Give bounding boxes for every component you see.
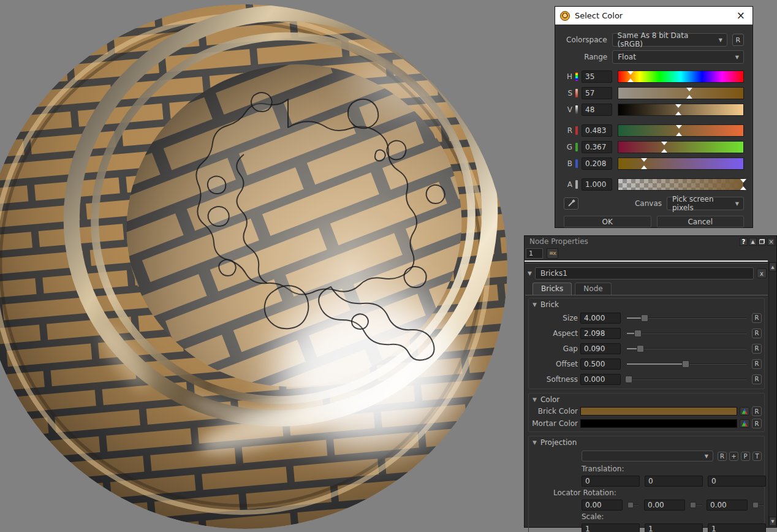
minimize-icon[interactable]: ▲: [749, 238, 757, 246]
slider-marker-bottom[interactable]: [641, 165, 647, 169]
rotation-z-mini-slider[interactable]: [752, 502, 764, 508]
float-window-icon[interactable]: [758, 238, 766, 246]
slider-marker-bottom[interactable]: [676, 132, 682, 136]
slider-marker-top[interactable]: [675, 104, 681, 108]
close-node-panel-button[interactable]: x: [757, 268, 767, 278]
gap-input[interactable]: [580, 343, 621, 354]
slider-marker-top[interactable]: [676, 125, 682, 129]
eyedropper-button[interactable]: [564, 197, 578, 210]
pick-button[interactable]: P: [741, 452, 750, 461]
reset-button[interactable]: R: [752, 359, 762, 369]
size-input[interactable]: [580, 313, 621, 324]
group-color-header[interactable]: ▼ Color: [529, 393, 764, 405]
tab-node[interactable]: Node: [575, 283, 611, 295]
slider-marker-bottom[interactable]: [675, 112, 681, 115]
max-panels-input[interactable]: [526, 248, 543, 259]
rotation-x-mini-slider[interactable]: [627, 502, 639, 508]
hue-value-input[interactable]: [582, 70, 612, 83]
softness-slider[interactable]: [627, 374, 747, 385]
gap-slider[interactable]: [627, 343, 747, 354]
clear-panels-button[interactable]: ≡x: [547, 248, 558, 259]
slider-thumb[interactable]: [641, 314, 648, 322]
colorspace-dropdown[interactable]: Same As 8 bit Data (sRGB) ▼: [612, 33, 727, 47]
red-value-input[interactable]: [582, 124, 612, 137]
scale-y-input[interactable]: [645, 523, 703, 532]
translation-y-input[interactable]: [645, 476, 703, 487]
ok-button[interactable]: OK: [564, 216, 651, 227]
reset-button[interactable]: R: [752, 374, 762, 384]
channel-row-v: V: [564, 104, 744, 116]
slider-marker-top[interactable]: [740, 179, 746, 183]
reset-button[interactable]: R: [752, 313, 762, 323]
aspect-slider[interactable]: [627, 328, 747, 339]
translation-x-input[interactable]: [582, 476, 640, 487]
slider-marker-bottom[interactable]: [627, 78, 634, 82]
rotation-y-mini-slider[interactable]: [690, 502, 702, 508]
green-value-input[interactable]: [582, 141, 612, 153]
tab-bricks[interactable]: Bricks: [533, 283, 572, 295]
mortar-color-swatch[interactable]: [580, 419, 737, 428]
cancel-button[interactable]: Cancel: [657, 216, 745, 227]
value-value-input[interactable]: [582, 104, 612, 116]
scale-z-input[interactable]: [708, 523, 766, 532]
rotation-x-input[interactable]: [582, 500, 623, 511]
brick-color-swatch[interactable]: [580, 407, 737, 416]
reset-colorspace-button[interactable]: R: [732, 34, 744, 46]
red-slider[interactable]: [618, 124, 744, 137]
rotation-y-input[interactable]: [644, 500, 685, 511]
scroll-up-icon[interactable]: ▲: [769, 262, 776, 272]
value-slider[interactable]: [618, 104, 744, 116]
slider-thumb[interactable]: [682, 360, 689, 368]
slider-marker-top[interactable]: [686, 88, 692, 91]
offset-input[interactable]: [580, 359, 621, 370]
scroll-down-icon[interactable]: ▼: [769, 517, 776, 526]
node-name-field[interactable]: Bricks1: [535, 267, 754, 279]
alpha-value-input[interactable]: [582, 178, 612, 191]
slider-marker-bottom[interactable]: [661, 149, 667, 153]
slider-marker-bottom[interactable]: [686, 95, 692, 99]
saturation-value-input[interactable]: [582, 87, 612, 99]
slider-marker-bottom[interactable]: [740, 186, 746, 190]
help-icon[interactable]: ?: [740, 238, 748, 246]
panel-title: Node Properties: [529, 237, 588, 246]
softness-input[interactable]: [580, 374, 621, 385]
dialog-titlebar[interactable]: Select Color ×: [555, 7, 752, 25]
slider-marker-top[interactable]: [641, 158, 647, 162]
rotation-z-input[interactable]: [707, 500, 748, 511]
projection-dropdown[interactable]: ▼: [582, 450, 713, 462]
collapse-icon[interactable]: ▼: [528, 270, 532, 276]
reset-button[interactable]: R: [718, 452, 727, 461]
offset-slider[interactable]: [627, 359, 747, 370]
saturation-slider[interactable]: [618, 87, 744, 99]
group-brick-header[interactable]: ▼ Brick: [529, 298, 764, 310]
aspect-input[interactable]: [580, 328, 621, 339]
scrollbar[interactable]: ▲ ▼: [768, 262, 776, 526]
blue-slider[interactable]: [618, 158, 744, 170]
close-icon[interactable]: ×: [734, 10, 748, 21]
slider-thumb[interactable]: [637, 345, 644, 352]
reset-button[interactable]: R: [752, 344, 762, 354]
reset-button[interactable]: R: [752, 406, 762, 416]
canvas-mode-dropdown[interactable]: Pick screen pixels ▼: [667, 197, 744, 210]
group-projection-header[interactable]: ▼ Projection: [529, 436, 764, 448]
track-button[interactable]: T: [752, 452, 762, 461]
color-wheel-button[interactable]: [740, 419, 749, 428]
alpha-slider[interactable]: [618, 178, 744, 191]
reset-button[interactable]: R: [752, 419, 762, 428]
slider-marker-top[interactable]: [627, 71, 634, 75]
hue-slider[interactable]: [618, 70, 744, 83]
slider-thumb[interactable]: [634, 330, 642, 337]
translation-z-input[interactable]: [708, 476, 766, 487]
scale-x-input[interactable]: [582, 523, 640, 532]
size-slider[interactable]: [627, 313, 747, 324]
reset-button[interactable]: R: [752, 329, 762, 338]
green-slider[interactable]: [618, 141, 744, 153]
add-button[interactable]: +: [729, 452, 738, 461]
blue-value-input[interactable]: [582, 158, 612, 170]
panel-titlebar[interactable]: Node Properties ? ▲ ×: [525, 236, 776, 246]
slider-marker-top[interactable]: [661, 142, 667, 145]
close-icon[interactable]: ×: [767, 238, 775, 246]
color-wheel-button[interactable]: [740, 407, 749, 416]
range-dropdown[interactable]: Float ▼: [612, 50, 744, 64]
slider-thumb[interactable]: [625, 376, 632, 383]
